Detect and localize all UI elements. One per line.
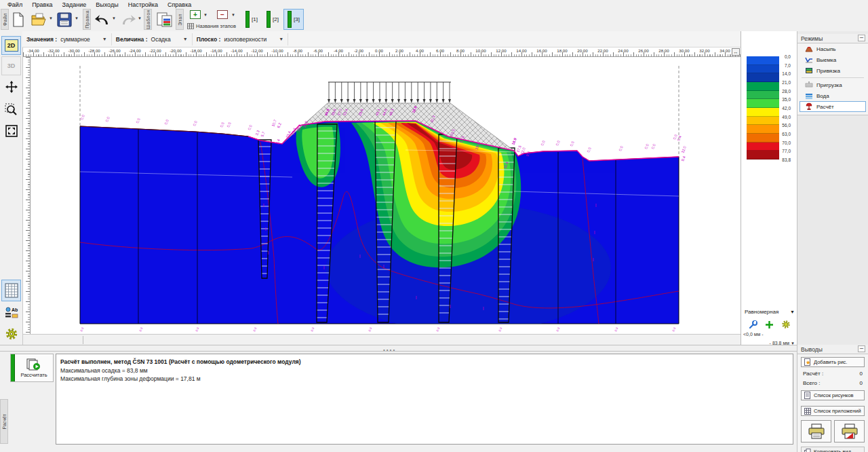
menu-item-3[interactable]: Выходы: [91, 1, 123, 8]
svg-text:0.0: 0.0: [644, 143, 649, 149]
scale-distribution-select[interactable]: Равномерная ▼: [745, 307, 795, 316]
filter-combo-2[interactable]: Плоско :изоповерхности▼: [193, 33, 289, 45]
svg-text:0.4: 0.4: [676, 135, 682, 141]
svg-text:0.0: 0.0: [247, 124, 252, 130]
print-button[interactable]: [801, 420, 831, 442]
outputs-minimize-button[interactable]: –: [858, 345, 865, 352]
filter-combo-1[interactable]: Величина :Осадка▼: [112, 33, 193, 45]
mode-item-расчёт[interactable]: Расчёт: [800, 101, 866, 112]
menu-item-4[interactable]: Настройка: [123, 1, 163, 8]
stage-button-1[interactable]: [1]: [241, 9, 262, 30]
template-vertical-tab[interactable]: Шаблон: [144, 9, 152, 30]
mode-label: Расчёт: [816, 104, 834, 110]
legend-band-0: [747, 56, 779, 65]
table-view-button[interactable]: [1, 280, 21, 301]
mode-item-выемка[interactable]: Выемка: [800, 54, 866, 65]
print-selection-button[interactable]: [834, 420, 865, 442]
copy-view-button[interactable]: Копировать вид: [801, 447, 865, 452]
table-icon: [5, 283, 18, 298]
copy-layout-button[interactable]: [155, 10, 175, 30]
fit-view-button[interactable]: [1, 121, 21, 140]
mode-item-привязка[interactable]: Привязка: [800, 65, 866, 76]
scale-distribution-value: Равномерная: [745, 309, 778, 315]
outputs-panel: Выводы – Добавить рис. Расчёт :0 Всего :…: [797, 345, 868, 452]
modes-minimize-button[interactable]: –: [858, 35, 865, 41]
open-dropdown-arrow[interactable]: ▼: [49, 16, 53, 20]
menu-item-0[interactable]: Файл: [3, 1, 27, 8]
redo-button[interactable]: [119, 10, 137, 30]
ruler-label: 12.00: [496, 48, 506, 53]
undo-button[interactable]: [94, 10, 111, 30]
analysis-results-box: Расчёт выполнен, метод ČSN 73 1001 (Расч…: [56, 354, 793, 445]
stage-vertical-tab[interactable]: Этап: [176, 9, 184, 30]
pan-tool-button[interactable]: [1, 77, 21, 96]
filter-combo-0[interactable]: Значения :суммарное▼: [22, 33, 112, 45]
svg-text:0.0: 0.0: [79, 326, 84, 332]
analysis-frame-vertical-tab[interactable]: Расчёт: [0, 399, 8, 444]
stage-progress-bar: [267, 11, 271, 28]
scale-settings-gear-icon[interactable]: [781, 320, 791, 329]
svg-text:0.0: 0.0: [310, 326, 315, 332]
add-color-icon[interactable]: [765, 320, 774, 329]
save-button[interactable]: [55, 10, 74, 30]
ruler-label: -2.00: [354, 48, 363, 53]
legend-band-4: [747, 91, 779, 100]
view-3d-button[interactable]: 3D: [1, 56, 21, 75]
grid-icon: [187, 23, 194, 29]
stage-button-3[interactable]: [3]: [283, 9, 304, 30]
view-2d-button[interactable]: 2D: [1, 36, 21, 55]
mode-item-насыпь[interactable]: Насыпь: [800, 43, 866, 54]
ruler-label: 6.00: [436, 48, 444, 53]
add-picture-button[interactable]: Добавить рис.: [801, 357, 865, 367]
wrench-icon[interactable]: [749, 320, 757, 329]
ruler-units-button[interactable]: ↔: [732, 48, 740, 56]
svg-text:0.0: 0.0: [618, 145, 623, 151]
svg-text:9.4: 9.4: [680, 155, 686, 162]
legend-band-9: [747, 134, 779, 143]
ruler-label: 14.00: [516, 48, 526, 53]
water-icon: [805, 92, 813, 100]
ruler-label: 34.00: [719, 48, 730, 53]
menu-item-5[interactable]: Справка: [163, 1, 196, 8]
3d-icon: 3D: [7, 62, 16, 69]
chevron-down-icon: ▼: [102, 37, 107, 41]
run-analysis-button[interactable]: Рассчитать: [10, 354, 54, 382]
picture-list-button[interactable]: Список рисунков: [801, 390, 865, 400]
new-file-icon: [12, 12, 24, 27]
settings-button[interactable]: [1, 324, 21, 343]
save-dropdown-arrow[interactable]: ▼: [75, 16, 79, 20]
drawing-settings-button[interactable]: Ab: [1, 303, 21, 322]
add-stage-dropdown-arrow[interactable]: ▼: [203, 13, 208, 17]
undo-dropdown-arrow[interactable]: ▼: [112, 16, 116, 20]
svg-text:0.0: 0.0: [135, 117, 140, 124]
menu-item-2[interactable]: Задание: [58, 1, 92, 8]
remove-stage-button[interactable]: −: [217, 10, 228, 19]
horizontal-ruler: ↔ -34.00-32.00-30.00-28.00-26.00-24.00-2…: [23, 48, 741, 57]
new-file-button[interactable]: [10, 10, 26, 30]
stage-names-toggle[interactable]: Названия этапов: [187, 22, 236, 31]
svg-text:0.0: 0.0: [79, 114, 85, 120]
edit-vertical-tab[interactable]: Правка: [83, 9, 91, 30]
mode-item-вода[interactable]: Вода: [800, 90, 866, 101]
add-stage-button[interactable]: +: [190, 10, 201, 19]
stage-button-2[interactable]: [2]: [262, 9, 283, 30]
open-file-button[interactable]: [29, 10, 48, 30]
menu-item-1[interactable]: Правка: [27, 1, 57, 8]
mode-item-пригрузка[interactable]: Пригрузка: [800, 79, 866, 90]
menu-bar: ФайлПравкаЗаданиеВыходыНастройкаСправка: [0, 0, 868, 8]
remove-stage-dropdown-arrow[interactable]: ▼: [231, 13, 235, 17]
file-vertical-tab[interactable]: Файл: [1, 9, 9, 30]
annex-list-button[interactable]: Список приложений: [801, 406, 865, 416]
mode-label: Насыпь: [816, 46, 835, 52]
legend-band-10: [747, 143, 779, 151]
horizontal-splitter[interactable]: ••••: [0, 345, 797, 352]
canvas-scrollbar[interactable]: [23, 334, 741, 345]
ruler-label: -34.00: [27, 48, 39, 53]
svg-text:0.0: 0.0: [368, 326, 372, 332]
scale-min-label: <0,0 мм -: [743, 332, 764, 337]
svg-text:0.0: 0.0: [671, 326, 676, 332]
drawing-canvas[interactable]: 0.00.00.00.00.00.00.00.03.35.710.76.22.4…: [22, 48, 741, 345]
redo-dropdown-arrow[interactable]: ▼: [138, 16, 142, 20]
zoom-window-button[interactable]: [1, 100, 21, 119]
svg-text:0.0: 0.0: [498, 326, 502, 332]
